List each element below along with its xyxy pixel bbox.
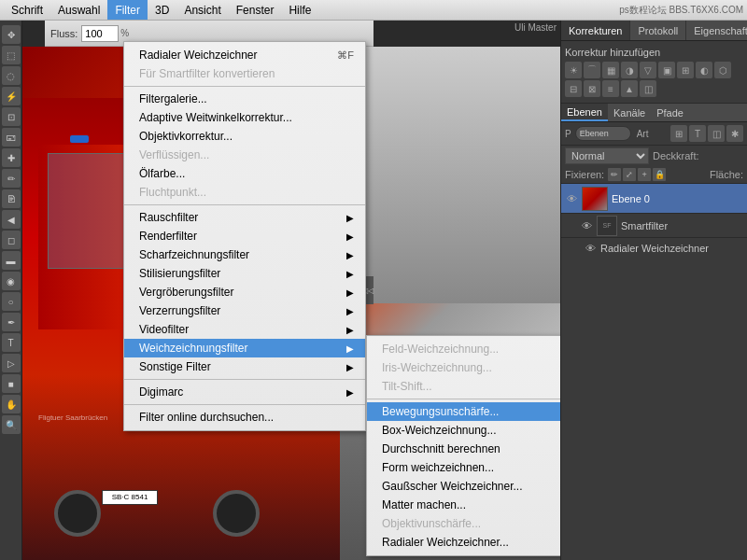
menu-radialer-weichzeichner[interactable]: Radialer Weichzeichner ⌘F (124, 46, 365, 64)
arrow-sonstige: ▶ (346, 362, 354, 372)
fix-icon-4[interactable]: 🔒 (653, 168, 666, 181)
tool-lasso[interactable]: ◌ (2, 66, 21, 85)
tool-select[interactable]: ⬚ (2, 46, 21, 64)
menu-ansicht[interactable]: Ansicht (176, 0, 228, 20)
icon-colorbal[interactable]: ⊞ (677, 62, 694, 78)
truck-wheel-front (54, 490, 101, 537)
submenu-matter[interactable]: Matter machen... (367, 496, 560, 514)
menu-fenster[interactable]: Fenster (229, 0, 282, 20)
menu-filter[interactable]: Filter (107, 0, 148, 20)
layer-eye-radialer[interactable]: 👁 (584, 242, 597, 255)
icon-curve[interactable]: ⌒ (584, 62, 600, 78)
menu-videofilter[interactable]: Videofilter ▶ (124, 320, 365, 339)
fill-label: Fläche: (710, 169, 743, 180)
tool-magic[interactable]: ⚡ (2, 87, 21, 105)
icon-hue[interactable]: ▣ (658, 62, 675, 78)
submenu-tilt: Tilt-Shift... (367, 377, 560, 396)
tool-pen[interactable]: ✒ (2, 313, 21, 331)
tool-blur[interactable]: ◉ (2, 272, 21, 290)
arrow-verzerrung: ▶ (346, 306, 354, 316)
menu-rauschfilter[interactable]: Rauschfilter ▶ (124, 208, 365, 227)
correction-section: Korrektur hinzufügen ☀ ⌒ ▦ ◑ ▽ ▣ ⊞ ◐ ⬡ ⊟… (561, 41, 747, 104)
tab-ebenen[interactable]: Ebenen (561, 104, 608, 121)
tab-korrekturen[interactable]: Korrekturen (561, 21, 630, 40)
menu-schrift[interactable]: Schrift (4, 0, 50, 20)
menu-oelfarbe[interactable]: Ölfarbe... (124, 164, 365, 183)
tab-kanaele[interactable]: Kanäle (608, 104, 651, 121)
submenu-gauss[interactable]: Gaußscher Weichzeichner... (367, 477, 560, 496)
icon-vibrance[interactable]: ▽ (640, 62, 656, 78)
menu-3d[interactable]: 3D (148, 0, 176, 20)
tool-zoom[interactable]: 🔍 (2, 415, 21, 434)
truck-text: Fligtuer Saarbrücken (38, 413, 107, 422)
menu-filtergalerie[interactable]: Filtergalerie... (124, 90, 365, 108)
canvas-area: Fluss: % SB·C 8541 Fligtuer (22, 21, 560, 560)
icon-threshold[interactable]: ▲ (621, 80, 638, 97)
icon-exposure[interactable]: ◑ (621, 62, 638, 78)
arrow-vergroe: ▶ (346, 287, 354, 298)
icon-levels[interactable]: ▦ (602, 62, 619, 78)
menu-auswahl[interactable]: Auswahl (50, 0, 107, 20)
menu-hilfe[interactable]: Hilfe (281, 0, 318, 20)
layer-icon-3[interactable]: ◫ (708, 125, 725, 142)
submenu-bewegung[interactable]: Bewegungsunschärfe... (367, 402, 560, 421)
menu-digimarc[interactable]: Digimarc ▶ (124, 383, 365, 401)
tool-crop[interactable]: ⊡ (2, 107, 21, 126)
correction-icons: ☀ ⌒ ▦ ◑ ▽ ▣ ⊞ ◐ ⬡ ⊟ ⊠ ≡ ▲ ◫ (565, 62, 743, 97)
tool-history[interactable]: ◀ (2, 210, 21, 229)
tool-text[interactable]: T (2, 333, 21, 352)
icon-photo[interactable]: ⬡ (714, 62, 731, 78)
tool-path[interactable]: ▷ (2, 354, 21, 372)
tool-stamp[interactable]: 🖹 (2, 189, 21, 208)
tool-hand[interactable]: ✋ (2, 395, 21, 413)
tool-eraser[interactable]: ◻ (2, 231, 21, 249)
layer-thumb-ebene0 (582, 187, 608, 211)
menu-scharfzeichnung[interactable]: Scharfzeichnungsfilter ▶ (124, 245, 365, 264)
menu-renderfilter[interactable]: Renderfilter ▶ (124, 227, 365, 245)
menu-stilisierung[interactable]: Stilisierungsfilter ▶ (124, 264, 365, 283)
submenu-durchschnitt[interactable]: Durchschnitt berechnen (367, 440, 560, 458)
icon-bw[interactable]: ◐ (696, 62, 712, 78)
icon-mixer[interactable]: ⊟ (565, 80, 582, 97)
tool-gradient[interactable]: ▬ (2, 251, 21, 270)
right-panel: Korrekturen Protokoll Eigenschaften Korr… (560, 21, 747, 560)
tool-heal[interactable]: ✚ (2, 148, 21, 167)
tool-brush[interactable]: ✏ (2, 169, 21, 188)
fluss-input[interactable] (81, 25, 119, 42)
fix-icon-3[interactable]: + (638, 168, 651, 181)
menu-weichzeichnung[interactable]: Weichzeichnungsfilter ▶ (124, 339, 365, 357)
tab-protokoll[interactable]: Protokoll (630, 21, 686, 40)
tab-eigenschaften[interactable]: Eigenschaften (686, 21, 747, 40)
layer-eye-smart[interactable]: 👁 (580, 219, 593, 232)
menu-vergroeberung[interactable]: Vergröberungsfilter ▶ (124, 283, 365, 301)
tool-move[interactable]: ✥ (2, 25, 21, 44)
fix-icon-2[interactable]: ⤢ (623, 168, 636, 181)
menu-sonstige[interactable]: Sonstige Filter ▶ (124, 357, 365, 376)
sep4 (124, 404, 365, 405)
submenu-box[interactable]: Box-Weichzeichnung... (367, 421, 560, 440)
icon-invert[interactable]: ⊠ (584, 80, 600, 97)
submenu-radialer[interactable]: Radialer Weichzeichner... (367, 533, 560, 552)
menu-adaptive[interactable]: Adaptive Weitwinkelkorrektur... (124, 108, 365, 127)
menu-objektivkorrektur[interactable]: Objektivkorrektur... (124, 127, 365, 146)
submenu-form[interactable]: Form weichzeichnen... (367, 458, 560, 477)
sep2 (124, 204, 365, 205)
layer-eye-ebene0[interactable]: 👁 (565, 192, 578, 205)
menu-verzerrung[interactable]: Verzerrungsfilter ▶ (124, 301, 365, 320)
tool-dodge[interactable]: ○ (2, 292, 21, 311)
tool-shape[interactable]: ■ (2, 374, 21, 393)
fix-icon-1[interactable]: ✏ (608, 168, 621, 181)
menu-online[interactable]: Filter online durchsuchen... (124, 408, 365, 427)
tool-eyedrop[interactable]: 🖃 (2, 128, 21, 147)
icon-sun[interactable]: ☀ (565, 62, 582, 78)
layer-item-ebene0[interactable]: 👁 Ebene 0 (561, 184, 747, 214)
icon-selective[interactable]: ◫ (640, 80, 656, 97)
icon-posterize[interactable]: ≡ (602, 80, 619, 97)
arrow-digimarc: ▶ (346, 387, 354, 398)
layers-tabs: Ebenen Kanäle Pfade (561, 104, 747, 122)
layer-icon-2[interactable]: T (689, 125, 706, 142)
tab-pfade[interactable]: Pfade (651, 104, 689, 121)
layer-icon-4[interactable]: ✱ (726, 125, 743, 142)
layer-icon-1[interactable]: ⊞ (670, 125, 687, 142)
blend-mode-select[interactable]: Normal (565, 147, 649, 164)
